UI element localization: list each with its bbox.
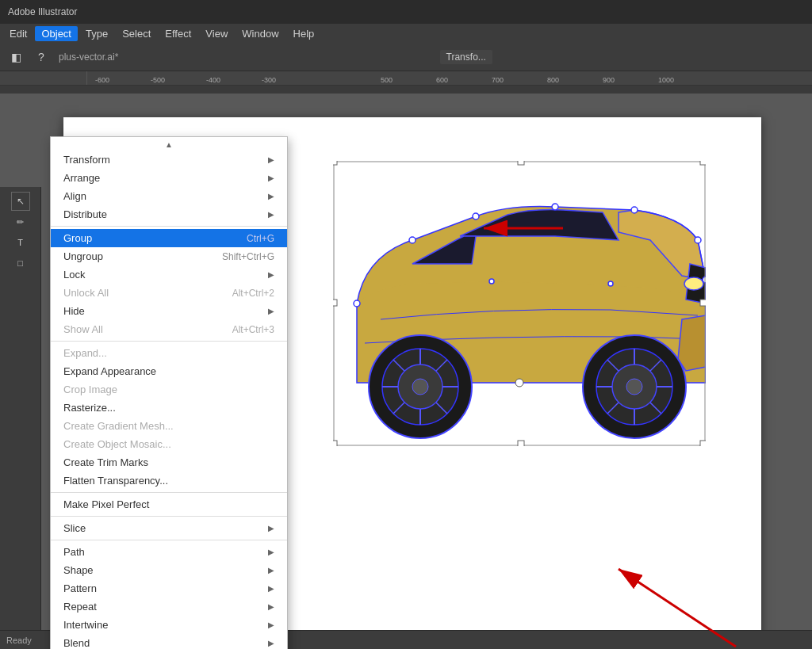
menu-item-crop-image: Crop Image <box>51 380 287 399</box>
menu-help[interactable]: Help <box>287 26 321 41</box>
svg-point-44 <box>489 279 494 284</box>
menu-select[interactable]: Select <box>116 26 157 41</box>
menu-item-pattern[interactable]: Pattern ▶ <box>51 579 287 597</box>
menu-item-repeat[interactable]: Repeat ▶ <box>51 597 287 616</box>
menu-view[interactable]: View <box>199 26 234 41</box>
car-illustration <box>333 161 706 446</box>
submenu-arrow: ▶ <box>268 192 274 200</box>
menu-edit[interactable]: Edit <box>3 26 33 41</box>
submenu-arrow: ▶ <box>268 524 274 533</box>
submenu-arrow: ▶ <box>268 307 274 315</box>
svg-point-40 <box>552 204 558 210</box>
menu-item-create-trim-marks[interactable]: Create Trim Marks <box>51 453 287 471</box>
toolbar: ◧ ? plus-vector.ai* Transfo... <box>0 43 812 71</box>
submenu-arrow: ▶ <box>268 155 274 164</box>
menu-window[interactable]: Window <box>236 26 285 41</box>
tool-shape[interactable]: □ <box>11 254 30 273</box>
tool-text[interactable]: T <box>11 233 30 252</box>
menu-item-create-object-mosaic: Create Object Mosaic... <box>51 435 287 453</box>
menu-item-unlock-all: Unlock All Alt+Ctrl+2 <box>51 284 287 302</box>
group-shortcut: Ctrl+G <box>247 233 274 244</box>
svg-point-42 <box>695 237 701 243</box>
svg-rect-55 <box>700 441 706 446</box>
svg-point-12 <box>684 277 703 290</box>
menu-item-path[interactable]: Path ▶ <box>51 543 287 561</box>
menu-item-intertwine[interactable]: Intertwine ▶ <box>51 616 287 634</box>
menu-separator-5 <box>51 540 287 540</box>
menu-item-transform[interactable]: Transform ▶ <box>51 151 287 169</box>
svg-rect-54 <box>518 441 524 446</box>
submenu-arrow: ▶ <box>268 620 274 629</box>
object-dropdown-menu: ▲ Transform ▶ Arrange ▶ Align ▶ Distribu… <box>50 136 288 649</box>
svg-text:-600: -600 <box>95 76 109 84</box>
ungroup-shortcut: Shift+Ctrl+G <box>222 251 274 262</box>
tool-select[interactable]: ↖ <box>11 192 30 211</box>
svg-text:900: 900 <box>603 76 615 84</box>
submenu-arrow: ▶ <box>268 548 274 556</box>
svg-text:1000: 1000 <box>658 76 674 84</box>
menu-item-hide[interactable]: Hide ▶ <box>51 302 287 320</box>
menu-item-show-all: Show All Alt+Ctrl+3 <box>51 320 287 338</box>
svg-point-38 <box>409 237 416 243</box>
canvas-area: ↖ ✏ T □ <box>0 94 812 649</box>
submenu-arrow: ▶ <box>268 639 274 647</box>
menu-item-make-pixel-perfect[interactable]: Make Pixel Perfect <box>51 495 287 513</box>
menu-effect[interactable]: Effect <box>159 26 197 41</box>
menu-item-group[interactable]: Group Ctrl+G <box>51 229 287 247</box>
menu-separator-4 <box>51 516 287 517</box>
svg-text:700: 700 <box>492 76 504 84</box>
svg-point-45 <box>608 281 613 286</box>
menu-item-lock[interactable]: Lock ▶ <box>51 265 287 284</box>
submenu-arrow: ▶ <box>268 270 274 279</box>
svg-point-46 <box>515 379 523 387</box>
svg-point-16 <box>626 379 642 395</box>
unlock-shortcut: Alt+Ctrl+2 <box>232 288 274 299</box>
toolbar-btn-2[interactable]: ? <box>30 46 52 68</box>
submenu-arrow: ▶ <box>268 602 274 611</box>
menu-item-expand: Expand... <box>51 344 287 362</box>
svg-rect-48 <box>333 161 337 165</box>
svg-text:-300: -300 <box>262 76 276 84</box>
svg-rect-49 <box>518 161 524 165</box>
document-name: plus-vector.ai* <box>59 52 118 63</box>
menu-item-expand-appearance[interactable]: Expand Appearance <box>51 362 287 380</box>
svg-text:500: 500 <box>381 76 393 84</box>
show-all-shortcut: Alt+Ctrl+3 <box>232 324 274 335</box>
menu-item-shape[interactable]: Shape ▶ <box>51 561 287 579</box>
menu-separator-1 <box>51 226 287 227</box>
menu-type[interactable]: Type <box>79 26 114 41</box>
horizontal-ruler: -600 -500 -400 -300 500 600 700 800 900 … <box>0 71 812 86</box>
menu-item-distribute[interactable]: Distribute ▶ <box>51 205 287 223</box>
svg-rect-51 <box>333 300 337 306</box>
menu-item-slice[interactable]: Slice ▶ <box>51 519 287 537</box>
submenu-arrow: ▶ <box>268 566 274 575</box>
submenu-arrow: ▶ <box>268 584 274 593</box>
submenu-arrow: ▶ <box>268 210 274 219</box>
status-text: Ready <box>6 636 32 645</box>
app-title: Adobe Illustrator <box>8 6 77 17</box>
svg-text:800: 800 <box>547 76 559 84</box>
menu-separator-3 <box>51 492 287 493</box>
svg-rect-52 <box>700 300 706 306</box>
menu-scroll-up[interactable]: ▲ <box>51 139 287 151</box>
svg-point-41 <box>631 207 638 213</box>
menu-item-align[interactable]: Align ▶ <box>51 187 287 205</box>
toolbar-btn-1[interactable]: ◧ <box>5 46 27 68</box>
menu-item-rasterize[interactable]: Rasterize... <box>51 399 287 417</box>
menu-object[interactable]: Object <box>35 26 78 41</box>
transform-label[interactable]: Transfo... <box>440 50 492 64</box>
menu-item-arrange[interactable]: Arrange ▶ <box>51 169 287 187</box>
submenu-arrow: ▶ <box>268 174 274 182</box>
menu-item-ungroup[interactable]: Ungroup Shift+Ctrl+G <box>51 247 287 265</box>
left-tools-panel: ↖ ✏ T □ <box>0 187 41 649</box>
menu-bar: Edit Object Type Select Effect View Wind… <box>0 24 812 43</box>
svg-point-39 <box>473 213 479 220</box>
menu-item-flatten-transparency[interactable]: Flatten Transparency... <box>51 471 287 490</box>
tool-pen[interactable]: ✏ <box>11 212 30 231</box>
svg-point-37 <box>354 300 360 307</box>
menu-item-blend[interactable]: Blend ▶ <box>51 634 287 649</box>
svg-rect-50 <box>700 161 706 165</box>
svg-text:600: 600 <box>436 76 448 84</box>
title-bar: Adobe Illustrator <box>0 0 812 24</box>
svg-point-28 <box>412 379 428 395</box>
